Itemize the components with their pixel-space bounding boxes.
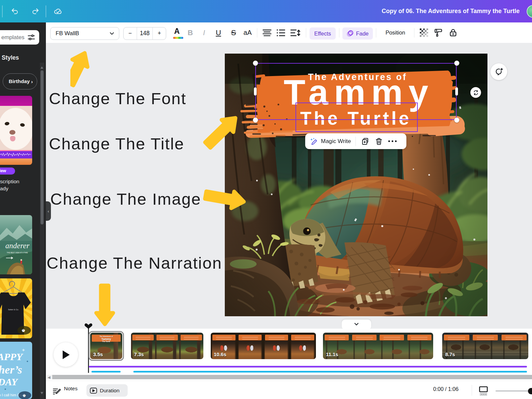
- svg-text:anderer: anderer: [5, 242, 30, 250]
- svg-text:✦: ✦: [26, 360, 29, 363]
- svg-text:DAY: DAY: [0, 376, 18, 387]
- svg-text:♚: ♚: [21, 328, 25, 333]
- svg-text:✦: ✦: [21, 347, 25, 353]
- svg-text:♚: ♚: [22, 393, 26, 398]
- svg-text:THE BEST VIEW AT A TIME: THE BEST VIEW AT A TIME: [7, 252, 28, 254]
- svg-text:✦: ✦: [4, 388, 7, 391]
- svg-text:Safari & Co.: Safari & Co.: [8, 309, 19, 311]
- svg-text:ther’s: ther’s: [0, 363, 22, 376]
- svg-text:APPY: APPY: [0, 351, 23, 362]
